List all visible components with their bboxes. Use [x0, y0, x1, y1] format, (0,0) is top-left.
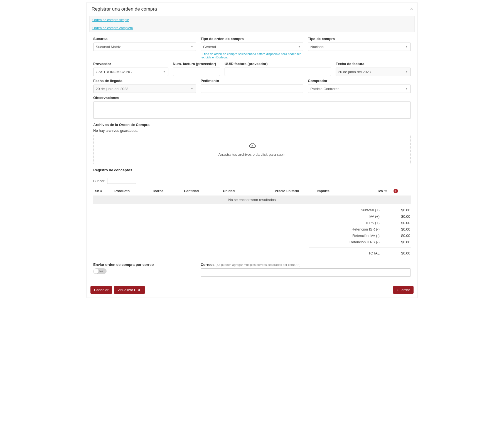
- toggle-value: No: [99, 270, 103, 273]
- th-producto: Producto: [114, 189, 153, 193]
- select-proveedor[interactable]: GASTRONOMICA NG: [93, 68, 168, 76]
- total-label-iva: IVA (+): [310, 214, 391, 219]
- guardar-button[interactable]: Guardar: [393, 286, 414, 294]
- table-conceptos: SKU Producto Marca Cantidad Unidad Preci…: [93, 187, 411, 204]
- input-correos[interactable]: [201, 268, 411, 277]
- input-buscar[interactable]: [107, 178, 136, 184]
- modal-header: Registrar una orden de compra ×: [87, 3, 417, 16]
- toggle-enviar-correo[interactable]: No: [93, 268, 107, 274]
- modal-registrar-orden-compra: Registrar una orden de compra × Orden de…: [86, 2, 418, 298]
- dropzone-hint: Arrastra tus archivos o da click para su…: [218, 152, 286, 157]
- modal-footer: Cancelar Visualizar PDF Guardar: [87, 282, 417, 298]
- th-iva: IVA %: [340, 189, 387, 193]
- select-tipo-compra[interactable]: Nacional: [308, 43, 411, 51]
- label-pedimento: Pedimento: [201, 79, 304, 83]
- label-enviar-correo: Enviar orden de compra por correo: [93, 263, 196, 267]
- table-header-row: SKU Producto Marca Cantidad Unidad Preci…: [93, 187, 411, 196]
- th-sku: SKU: [95, 189, 114, 193]
- tab-orden-completa[interactable]: Orden de compra completa: [92, 26, 133, 30]
- total-label-final: TOTAL: [310, 251, 391, 255]
- total-value-ret-iva: $0.00: [391, 234, 410, 238]
- select-sucursal[interactable]: Sucursal Matriz: [93, 43, 196, 51]
- helper-tipo-orden: El tipo de orden de compra seleccionada …: [201, 52, 304, 59]
- label-fecha-llegada: Fecha de llegada: [93, 79, 196, 83]
- add-row-button[interactable]: +: [394, 189, 398, 193]
- total-label-ret-isr: Retención ISR (-): [310, 227, 391, 231]
- toggle-knob: [94, 269, 99, 274]
- label-proveedor: Proveedor: [93, 62, 168, 66]
- visualizar-pdf-button[interactable]: Visualizar PDF: [114, 286, 145, 294]
- total-label-ieps: IEPS (+): [310, 221, 391, 225]
- total-value-subtotal: $0.00: [391, 208, 410, 212]
- datepicker-fecha-factura[interactable]: 20 de junio del 2023: [336, 68, 411, 76]
- close-icon[interactable]: ×: [410, 6, 413, 11]
- cancelar-button[interactable]: Cancelar: [90, 286, 112, 294]
- total-label-ret-iva: Retención IVA (-): [310, 234, 391, 238]
- th-marca: Marca: [153, 189, 184, 193]
- label-correos: Correos (Se pudeen agregar multiples cor…: [201, 263, 411, 267]
- label-comprador: Comprador: [308, 79, 411, 83]
- select-comprador[interactable]: Patricio Contreras: [308, 85, 411, 93]
- textarea-observaciones[interactable]: [93, 102, 411, 119]
- upload-cloud-icon: [249, 142, 256, 150]
- label-uuid-factura: UUID factura (proveedor): [225, 62, 331, 66]
- section-title-archivos: Archivos de la Orden de Compra: [93, 123, 411, 127]
- total-value-iva: $0.00: [391, 214, 410, 219]
- total-value-ret-ieps: $0.00: [391, 240, 410, 244]
- totals-panel: Subtotal (+)$0.00 IVA (+)$0.00 IEPS (+)$…: [309, 207, 411, 256]
- input-pedimento[interactable]: [201, 85, 304, 93]
- modal-title: Registrar una orden de compra: [92, 6, 412, 12]
- total-value-ieps: $0.00: [391, 221, 410, 225]
- label-fecha-factura: Fecha de factura: [336, 62, 411, 66]
- total-label-ret-ieps: Retención IEPS (-): [310, 240, 391, 244]
- select-tipo-orden[interactable]: General: [201, 43, 304, 51]
- tab-orden-simple[interactable]: Orden de compra simple: [92, 18, 129, 22]
- section-title-conceptos: Registro de conceptos: [93, 168, 411, 172]
- th-precio: Precio unitario: [267, 189, 306, 193]
- label-observaciones: Observaciones: [93, 96, 411, 100]
- label-tipo-compra: Tipo de compra: [308, 37, 411, 41]
- th-unidad: Unidad: [223, 189, 267, 193]
- table-no-results: No se encontraron resultados: [93, 196, 411, 204]
- total-value-ret-isr: $0.00: [391, 227, 410, 231]
- label-sucursal: Sucursal: [93, 37, 196, 41]
- th-cantidad: Cantidad: [184, 189, 223, 193]
- total-label-subtotal: Subtotal (+): [310, 208, 391, 212]
- tab-strip: Orden de compra simple Orden de compra c…: [89, 16, 415, 32]
- label-tipo-orden: Tipo de orden de compra: [201, 37, 304, 41]
- label-buscar: Buscar:: [93, 179, 105, 183]
- text-no-archivos: No hay archivos guardados.: [93, 128, 411, 133]
- dropzone-archivos[interactable]: Arrastra tus archivos o da click para su…: [93, 135, 411, 164]
- input-uuid-factura[interactable]: [225, 68, 331, 76]
- label-num-factura: Num. factura (proveedor): [173, 62, 220, 66]
- datepicker-fecha-llegada[interactable]: 20 de junio del 2023: [93, 85, 196, 93]
- th-importe: Importe: [306, 189, 340, 193]
- input-num-factura[interactable]: [173, 68, 220, 76]
- note-correos: (Se pudeen agregar multiples correos sep…: [215, 263, 300, 266]
- total-value-final: $0.00: [391, 251, 410, 255]
